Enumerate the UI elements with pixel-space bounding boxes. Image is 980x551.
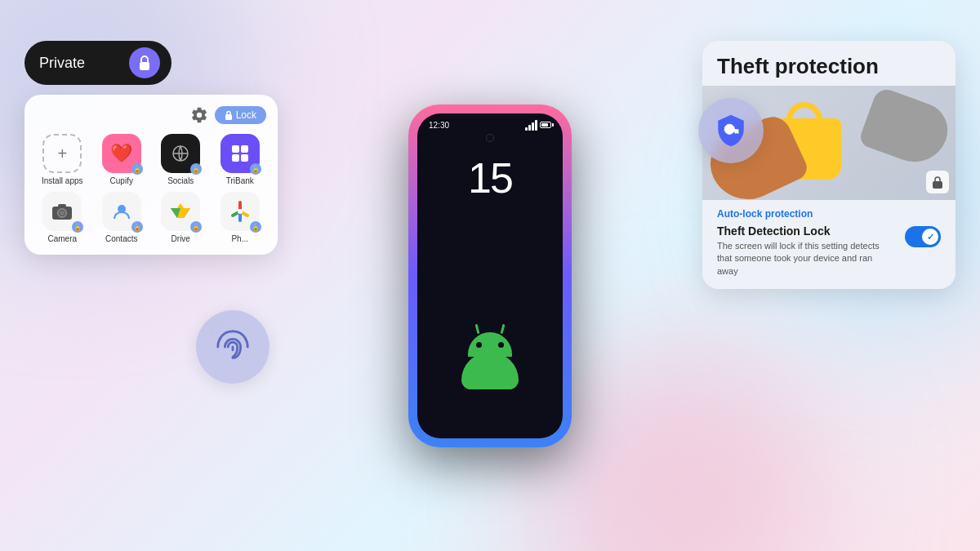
- svg-rect-6: [241, 154, 248, 162]
- android-eye-left: [476, 342, 482, 348]
- app-lock-badge: 🔒: [190, 163, 202, 175]
- theft-detection-title: Theft Detection Lock: [717, 224, 880, 238]
- theft-protection-title: Theft protection: [702, 41, 956, 86]
- theft-detection-desc: The screen will lock if this setting det…: [717, 240, 880, 278]
- app-lock-badge: 🔒: [250, 163, 261, 175]
- app-lock-badge: 🔒: [131, 163, 143, 175]
- fingerprint-bubble: [196, 310, 270, 384]
- app-label: Install apps: [42, 176, 83, 185]
- svg-rect-17: [933, 181, 942, 189]
- fingerprint-icon: [214, 328, 252, 366]
- camera-icon: 🔒: [42, 192, 82, 231]
- phone-screen: 12:30 15: [417, 113, 563, 438]
- app-lock-badge: 🔒: [190, 221, 202, 233]
- app-lock-badge: 🔒: [250, 221, 261, 233]
- image-lock-icon: [926, 171, 949, 193]
- app-label: Socials: [167, 176, 194, 185]
- socials-icon: 🔒: [161, 134, 200, 173]
- list-item[interactable]: 🔒 Drive: [154, 192, 207, 243]
- svg-rect-1: [225, 114, 232, 120]
- toggle-check-icon: ✓: [927, 232, 934, 242]
- right-panel: Theft protection: [702, 41, 956, 289]
- private-lock-icon: [129, 47, 160, 78]
- battery-icon: [540, 122, 551, 128]
- app-label: Ph...: [231, 234, 248, 243]
- app-grid: + Install apps ❤️ 🔒 Cupify: [36, 134, 266, 243]
- phone-time: 12:30: [429, 121, 449, 130]
- app-label: Contacts: [105, 234, 137, 243]
- list-item[interactable]: 🔒 Contacts: [96, 192, 149, 243]
- bg-decoration-2: [531, 347, 817, 551]
- app-grid-card: Lock + Install apps ❤️ 🔒 Cupify: [24, 95, 278, 255]
- photos-icon: 🔒: [220, 192, 260, 231]
- svg-rect-5: [232, 154, 239, 162]
- list-item[interactable]: 🔒 Socials: [154, 134, 207, 185]
- main-scene: Private Lock: [0, 0, 980, 551]
- phone-clock: 15: [468, 153, 512, 202]
- app-label: Camera: [47, 234, 77, 243]
- tribank-icon: 🔒: [220, 134, 260, 173]
- svg-rect-10: [58, 204, 66, 207]
- phone-device: 12:30 15: [408, 104, 572, 447]
- svg-rect-4: [241, 145, 248, 153]
- lock-button[interactable]: Lock: [215, 106, 266, 124]
- svg-rect-16: [737, 131, 739, 134]
- private-label: Private: [39, 55, 85, 72]
- android-antenna-right: [500, 323, 505, 333]
- app-lock-badge: 🔒: [72, 221, 83, 233]
- theft-protection-card: Theft protection: [702, 41, 956, 289]
- camera-notch: [486, 134, 494, 142]
- key-shield-bubble: [698, 98, 764, 163]
- app-label: Drive: [172, 234, 190, 243]
- left-panel: Private Lock: [24, 41, 278, 255]
- auto-lock-label: Auto-lock protection: [717, 208, 941, 220]
- svg-rect-15: [734, 131, 737, 134]
- svg-point-9: [60, 211, 65, 216]
- phone-status-bar: 12:30: [417, 113, 563, 131]
- app-lock-badge: 🔒: [131, 221, 143, 233]
- contacts-icon: 🔒: [102, 192, 141, 231]
- theft-detection-text: Theft Detection Lock The screen will loc…: [717, 224, 880, 278]
- list-item[interactable]: 🔒 TriBank: [214, 134, 267, 185]
- drive-icon: 🔒: [161, 192, 200, 231]
- svg-point-13: [724, 124, 734, 134]
- toggle-knob: ✓: [922, 229, 938, 245]
- app-label: TriBank: [226, 176, 254, 185]
- list-item[interactable]: 🔒 Camera: [36, 192, 89, 243]
- gear-icon[interactable]: [190, 106, 208, 124]
- app-grid-controls: Lock: [36, 106, 266, 124]
- svg-rect-0: [140, 62, 149, 70]
- svg-point-12: [238, 209, 243, 214]
- key-shield-icon: [714, 113, 748, 148]
- list-item[interactable]: 🔒 Ph...: [214, 192, 267, 243]
- android-eye-right: [498, 342, 504, 348]
- install-apps-icon: +: [42, 134, 82, 173]
- list-item[interactable]: ❤️ 🔒 Cupify: [96, 134, 149, 185]
- theft-detection-row: Theft Detection Lock The screen will loc…: [717, 224, 941, 278]
- app-label: Cupify: [110, 176, 133, 185]
- phone-status-icons: [525, 120, 551, 131]
- list-item[interactable]: + Install apps: [36, 134, 89, 185]
- svg-rect-14: [733, 129, 739, 131]
- private-space-toggle[interactable]: Private: [24, 41, 172, 85]
- android-antenna-left: [474, 323, 479, 333]
- lock-button-label: Lock: [236, 109, 256, 121]
- android-body: [461, 353, 519, 389]
- android-robot: [453, 320, 527, 389]
- signal-icon: [525, 120, 537, 131]
- cupify-icon: ❤️ 🔒: [102, 134, 141, 173]
- theft-card-body: Auto-lock protection Theft Detection Loc…: [702, 200, 956, 289]
- theft-detection-toggle[interactable]: ✓: [905, 226, 941, 247]
- svg-rect-3: [232, 145, 239, 153]
